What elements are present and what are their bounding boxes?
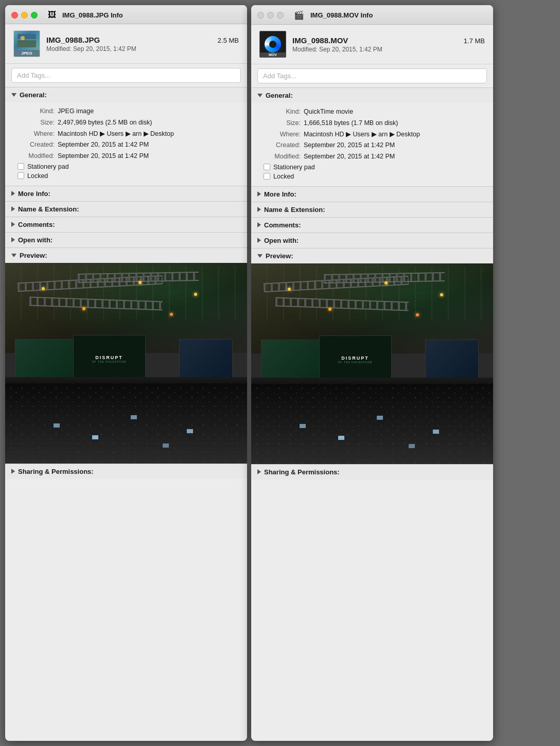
scene-light-4 bbox=[170, 313, 173, 316]
mov-open-with-header[interactable]: Open with: bbox=[251, 233, 493, 248]
mov-scene-audience bbox=[251, 384, 493, 464]
jpg-sharing-section: Sharing & Permissions: bbox=[5, 464, 247, 479]
mov-info-panel: 🎬 IMG_0988.MOV Info MOV IMG_0988.MOV 1.7… bbox=[251, 5, 493, 741]
scene-screen-right bbox=[179, 339, 232, 379]
scene-light-2 bbox=[82, 307, 85, 310]
jpg-filename: IMG_0988.JPG bbox=[46, 35, 100, 44]
mov-panel-content: MOV IMG_0988.MOV 1.7 MB Modified: Sep 20… bbox=[251, 25, 493, 741]
jpg-locked-checkbox[interactable] bbox=[18, 172, 24, 179]
scene-disrupt-text: DISRUPT bbox=[95, 355, 123, 360]
minimize-button[interactable] bbox=[21, 12, 28, 19]
minimize-button-mov[interactable] bbox=[267, 12, 274, 19]
svg-rect-1 bbox=[18, 34, 36, 39]
titlebar-jpg: 🖼 IMG_0988.JPG Info bbox=[5, 5, 247, 24]
jpg-sharing-header[interactable]: Sharing & Permissions: bbox=[5, 464, 247, 479]
titlebar-title-jpg: IMG_0988.JPG Info bbox=[62, 11, 123, 19]
scene-disrupt-sub: SF THE HACKATHON bbox=[92, 360, 126, 363]
jpg-info-panel: 🖼 IMG_0988.JPG Info JPEG IMG_0988.JPG bbox=[5, 5, 247, 741]
close-button-mov[interactable] bbox=[257, 12, 264, 19]
mov-created-value: September 20, 2015 at 1:42 PM bbox=[304, 140, 395, 150]
jpg-general-body: Kind: JPEG image Size: 2,497,969 bytes (… bbox=[5, 102, 247, 186]
mov-created-label: Created: bbox=[264, 140, 301, 150]
zoom-button[interactable] bbox=[31, 12, 38, 19]
mov-size-value: 1,666,518 bytes (1.7 MB on disk) bbox=[304, 118, 398, 128]
jpg-preview-header[interactable]: Preview: bbox=[5, 248, 247, 263]
jpg-tags-field[interactable]: Add Tags... bbox=[11, 68, 241, 83]
jpg-file-info: IMG_0988.JPG 2.5 MB Modified: Sep 20, 20… bbox=[46, 35, 239, 52]
jpg-locked-label: Locked bbox=[27, 172, 48, 180]
mov-modified-info-label: Modified: bbox=[264, 152, 301, 162]
mov-modified-info-value: September 20, 2015 at 1:42 PM bbox=[304, 152, 395, 162]
preview-expand-icon bbox=[11, 254, 16, 257]
mov-general-body: Kind: QuickTime movie Size: 1,666,518 by… bbox=[251, 103, 493, 186]
jpg-stationery-checkbox[interactable] bbox=[18, 163, 24, 170]
jpeg-icon-preview bbox=[14, 31, 40, 50]
mov-scene-light-3 bbox=[384, 281, 388, 285]
mov-created-row: Created: September 20, 2015 at 1:42 PM bbox=[264, 140, 485, 150]
jpg-file-header: JPEG IMG_0988.JPG 2.5 MB Modified: Sep 2… bbox=[5, 24, 247, 64]
close-button[interactable] bbox=[11, 12, 18, 19]
mov-general-header[interactable]: General: bbox=[251, 88, 493, 103]
mov-where-label: Where: bbox=[264, 130, 301, 139]
mov-preview-header[interactable]: Preview: bbox=[251, 248, 493, 263]
scene-laptop-3 bbox=[131, 415, 137, 419]
mov-more-info-header[interactable]: More Info: bbox=[251, 187, 493, 202]
sharing-expand-icon bbox=[11, 469, 15, 474]
mov-name-ext-header[interactable]: Name & Extension: bbox=[251, 202, 493, 217]
jpg-more-info-header[interactable]: More Info: bbox=[5, 186, 247, 201]
mov-preview-expand-icon bbox=[257, 254, 262, 258]
scene-light-3 bbox=[138, 281, 142, 284]
mov-scene-laptop-5 bbox=[433, 430, 439, 434]
titlebar-icon-mov: 🎬 bbox=[294, 10, 304, 20]
mov-file-info: IMG_0988.MOV 1.7 MB Modified: Sep 20, 20… bbox=[292, 36, 485, 53]
jpg-size-row: Size: 2,497,969 bytes (2.5 MB on disk) bbox=[18, 118, 239, 128]
traffic-lights-mov bbox=[257, 12, 284, 19]
mov-stationery-row: Stationery pad bbox=[264, 164, 485, 171]
mov-tags-field[interactable]: Add Tags... bbox=[257, 68, 487, 83]
mov-locked-checkbox[interactable] bbox=[264, 173, 270, 180]
jpg-name-ext-header[interactable]: Name & Extension: bbox=[5, 202, 247, 217]
jpg-open-with-header[interactable]: Open with: bbox=[5, 233, 247, 247]
mov-stationery-checkbox[interactable] bbox=[264, 164, 270, 170]
scene-screen-center: DISRUPT SF THE HACKATHON bbox=[73, 335, 146, 383]
mov-name-ext-expand-icon bbox=[257, 207, 261, 212]
mov-scene-screen-center: DISRUPT SF THE HACKATHON bbox=[319, 335, 392, 384]
mov-comments-section: Comments: bbox=[251, 217, 493, 233]
jpg-created-label: Created: bbox=[18, 140, 55, 150]
jpeg-file-icon: JPEG bbox=[13, 30, 40, 57]
mov-kind-row: Kind: QuickTime movie bbox=[264, 107, 485, 117]
jpg-comments-header[interactable]: Comments: bbox=[5, 217, 247, 232]
open-with-expand-icon bbox=[11, 237, 15, 242]
jpg-stationery-label: Stationery pad bbox=[27, 163, 69, 170]
scene-light-1 bbox=[42, 287, 45, 290]
mov-comments-header[interactable]: Comments: bbox=[251, 218, 493, 233]
jpg-general-section: General: Kind: JPEG image Size: 2,497,96… bbox=[5, 87, 247, 186]
jpg-created-row: Created: September 20, 2015 at 1:42 PM bbox=[18, 140, 239, 150]
mov-scene-screen-right bbox=[425, 340, 478, 380]
jpg-general-header[interactable]: General: bbox=[5, 87, 247, 102]
jpg-sharing-title: Sharing & Permissions: bbox=[18, 468, 94, 475]
mov-preview-image: DISRUPT SF THE HACKATHON bbox=[251, 263, 493, 464]
mov-stationery-label: Stationery pad bbox=[273, 164, 315, 171]
mov-scene-laptop-1 bbox=[300, 424, 306, 428]
mov-open-with-section: Open with: bbox=[251, 233, 493, 248]
jpg-locked-row: Locked bbox=[18, 172, 239, 180]
mov-scene-laptop-2 bbox=[338, 436, 344, 440]
zoom-button-mov[interactable] bbox=[277, 12, 284, 19]
jpg-name-ext-section: Name & Extension: bbox=[5, 201, 247, 217]
jpg-stationery-row: Stationery pad bbox=[18, 163, 239, 170]
jpeg-icon-label: JPEG bbox=[14, 50, 40, 57]
mov-preview-title: Preview: bbox=[266, 252, 293, 260]
mov-icon-inner bbox=[269, 41, 276, 48]
jpg-size-value: 2,497,969 bytes (2.5 MB on disk) bbox=[58, 118, 152, 128]
mov-scene: DISRUPT SF THE HACKATHON bbox=[251, 263, 493, 464]
mov-scene-screen-left bbox=[261, 340, 322, 380]
jpg-filesize: 2.5 MB bbox=[218, 37, 239, 44]
mov-file-icon: MOV bbox=[259, 31, 286, 58]
jpg-modified-row: Modified: September 20, 2015 at 1:42 PM bbox=[18, 151, 239, 161]
mov-sharing-expand-icon bbox=[257, 469, 261, 474]
mov-sharing-title: Sharing & Permissions: bbox=[264, 468, 340, 476]
mov-more-info-expand-icon bbox=[257, 191, 261, 197]
mov-sharing-header[interactable]: Sharing & Permissions: bbox=[251, 465, 493, 479]
svg-point-2 bbox=[21, 36, 25, 40]
